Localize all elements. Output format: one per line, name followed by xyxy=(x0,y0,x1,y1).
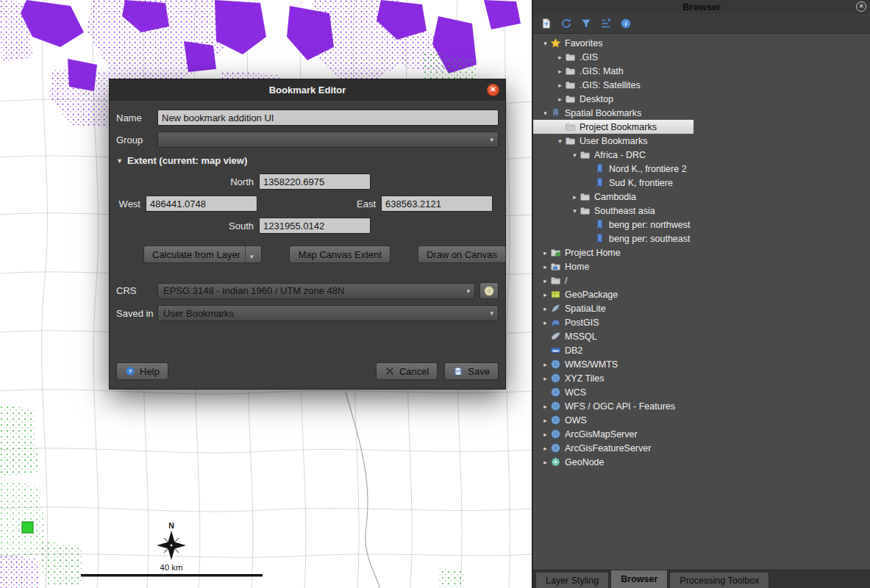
refresh-icon[interactable] xyxy=(560,17,573,30)
panel-close-icon[interactable]: ✕ xyxy=(856,1,866,12)
dialog-close-button[interactable]: ✕ xyxy=(487,84,499,96)
expander-collapsed-icon[interactable]: ▸ xyxy=(555,68,565,75)
tree-item-project-home[interactable]: ▸Project Home xyxy=(533,245,870,259)
expander-collapsed-icon[interactable]: ▸ xyxy=(541,417,550,424)
tree-item-beng-per-northwest[interactable]: beng per: northwest xyxy=(533,218,870,232)
expander-collapsed-icon[interactable]: ▸ xyxy=(555,54,565,61)
expander-collapsed-icon[interactable]: ▸ xyxy=(541,445,550,452)
help-icon: ? xyxy=(125,366,135,376)
tree-item-spatial-bookmarks[interactable]: ▾Spatial Bookmarks xyxy=(533,106,870,120)
expander-collapsed-icon[interactable]: ▸ xyxy=(541,305,550,312)
tree-item-gis-math[interactable]: ▸.GIS: Math xyxy=(533,64,870,78)
tree-item-arcgisfeatureserver[interactable]: ▸ArcGisFeatureServer xyxy=(533,441,870,455)
expander-collapsed-icon[interactable]: ▸ xyxy=(541,403,550,410)
calculate-from-layer-button[interactable]: Calculate from Layer ▾ xyxy=(143,245,262,263)
selected-feature-highlight xyxy=(22,522,33,533)
home-folder-icon xyxy=(550,261,563,273)
tree-item-project-bookmarks[interactable]: Project Bookmarks xyxy=(533,120,693,134)
bottom-tabs: Layer StylingBrowserProcessing Toolbox xyxy=(533,570,870,588)
tree-item-root[interactable]: ▸/ xyxy=(533,273,870,287)
name-input[interactable] xyxy=(157,110,499,126)
help-button[interactable]: ? Help xyxy=(116,362,168,380)
expander-collapsed-icon[interactable]: ▸ xyxy=(541,431,550,438)
tree-item-geonode[interactable]: ▸GeoNode xyxy=(533,455,870,469)
bookmark-editor-dialog: Bookmark Editor ✕ Name Group ▾ ▾ Extent … xyxy=(109,79,506,390)
group-combo[interactable]: ▾ xyxy=(157,132,499,148)
tree-item-postgis[interactable]: ▸PostGIS xyxy=(533,315,870,329)
expander-collapsed-icon[interactable]: ▸ xyxy=(570,193,580,201)
expander-collapsed-icon[interactable]: ▸ xyxy=(541,277,550,284)
expander-collapsed-icon[interactable]: ▸ xyxy=(555,82,565,89)
save-label: Save xyxy=(468,366,490,377)
tree-item-mssql[interactable]: MSSQL xyxy=(533,329,870,343)
tab-processing-toolbox[interactable]: Processing Toolbox xyxy=(669,572,769,588)
tree-item-desktop[interactable]: ▸Desktop xyxy=(533,92,870,106)
tree-item-home[interactable]: ▸Home xyxy=(533,259,870,273)
expander-expanded-icon[interactable]: ▾ xyxy=(570,207,580,215)
tree-item-user-bookmarks[interactable]: ▾User Bookmarks xyxy=(533,134,870,148)
name-label: Name xyxy=(116,112,157,123)
tree-item-gis[interactable]: ▸.GIS xyxy=(533,50,870,64)
north-input[interactable] xyxy=(259,173,371,190)
tree-item-favorites[interactable]: ▾Favorites xyxy=(533,36,870,50)
expander-expanded-icon[interactable]: ▾ xyxy=(541,40,550,47)
tree-item-spatialite[interactable]: ▸SpatiaLite xyxy=(533,301,870,315)
tree-item-label: ArcGisFeatureServer xyxy=(563,443,651,453)
expander-collapsed-icon[interactable]: ▸ xyxy=(541,361,550,368)
tree-item-africa-drc[interactable]: ▾Africa - DRC xyxy=(533,148,870,162)
saved-in-combo[interactable]: User Bookmarks ▾ xyxy=(157,305,499,321)
browser-panel-header[interactable]: Browser ✕ xyxy=(533,0,870,14)
select-crs-button[interactable] xyxy=(479,282,499,299)
crs-combo[interactable]: EPSG:3148 - Indian 1960 / UTM zone 48N ▾ xyxy=(157,283,475,299)
tree-item-gis-satellites[interactable]: ▸.GIS: Satellites xyxy=(533,78,870,92)
expander-expanded-icon[interactable]: ▾ xyxy=(555,137,565,145)
map-canvas-extent-button[interactable]: Map Canvas Extent xyxy=(289,245,390,263)
calculate-from-layer-label: Calculate from Layer xyxy=(152,249,240,260)
saved-in-value: User Bookmarks xyxy=(163,308,234,319)
expander-collapsed-icon[interactable]: ▸ xyxy=(541,375,550,382)
expander-expanded-icon[interactable]: ▾ xyxy=(541,110,550,117)
expander-collapsed-icon[interactable]: ▸ xyxy=(541,249,550,257)
tree-item-wms-wmts[interactable]: ▸WMS/WMTS xyxy=(533,357,870,371)
save-button[interactable]: Save xyxy=(444,362,499,380)
filter-icon[interactable] xyxy=(580,17,593,30)
tree-item-southeast-asia[interactable]: ▾Southeast asia xyxy=(533,204,870,218)
add-layer-icon[interactable] xyxy=(540,17,553,30)
collapse-all-icon[interactable] xyxy=(599,17,613,30)
properties-info-icon[interactable]: i xyxy=(619,17,632,30)
expander-collapsed-icon[interactable]: ▸ xyxy=(541,459,550,466)
tree-item-cambodia[interactable]: ▸Cambodia xyxy=(533,190,870,204)
tree-item-wfs-ogc-api-features[interactable]: ▸WFS / OGC API - Features xyxy=(533,399,870,413)
tree-item-geopackage[interactable]: ▸GeoPackage xyxy=(533,287,870,301)
tree-item-nord-k-frontiere-2[interactable]: Nord K., frontiere 2 xyxy=(533,162,870,176)
tab-layer-styling[interactable]: Layer Styling xyxy=(535,572,609,588)
draw-on-canvas-button[interactable]: Draw on Canvas xyxy=(418,245,506,263)
tree-item-db2[interactable]: DB2DB2 xyxy=(533,343,870,357)
expander-expanded-icon[interactable]: ▾ xyxy=(570,151,580,159)
tab-browser[interactable]: Browser xyxy=(610,570,668,588)
dialog-titlebar[interactable]: Bookmark Editor ✕ xyxy=(110,79,505,101)
tree-item-ows[interactable]: ▸OWS xyxy=(533,413,870,427)
tree-item-beng-per-southeast[interactable]: beng per: southeast xyxy=(533,232,870,245)
chevron-down-icon: ▾ xyxy=(466,287,470,295)
tree-item-label: / xyxy=(563,276,567,286)
tree-item-arcgismapserver[interactable]: ▸ArcGisMapServer xyxy=(533,427,870,441)
expander-collapsed-icon[interactable]: ▸ xyxy=(555,96,565,103)
extent-group-header[interactable]: ▾ Extent (current: map view) xyxy=(118,155,499,166)
tree-item-label: XYZ Tiles xyxy=(563,373,605,384)
west-input[interactable] xyxy=(146,196,257,212)
help-label: Help xyxy=(140,366,160,377)
expander-collapsed-icon[interactable]: ▸ xyxy=(541,319,550,326)
tree-item-sud-k-frontiere[interactable]: Sud K, frontiere xyxy=(533,176,870,190)
cancel-button[interactable]: Cancel xyxy=(376,362,438,380)
tree-item-wcs[interactable]: WCS xyxy=(533,385,870,399)
east-input[interactable] xyxy=(381,196,493,212)
tree-item-label: User Bookmarks xyxy=(577,136,647,146)
tree-item-xyz-tiles[interactable]: ▸XYZ Tiles xyxy=(533,371,870,385)
expander-collapsed-icon[interactable]: ▸ xyxy=(541,291,550,298)
bookmarks-icon xyxy=(550,107,563,119)
bookmark-icon xyxy=(594,163,607,175)
bookmark-icon xyxy=(594,177,607,189)
south-input[interactable] xyxy=(259,218,371,234)
expander-collapsed-icon[interactable]: ▸ xyxy=(541,263,550,270)
